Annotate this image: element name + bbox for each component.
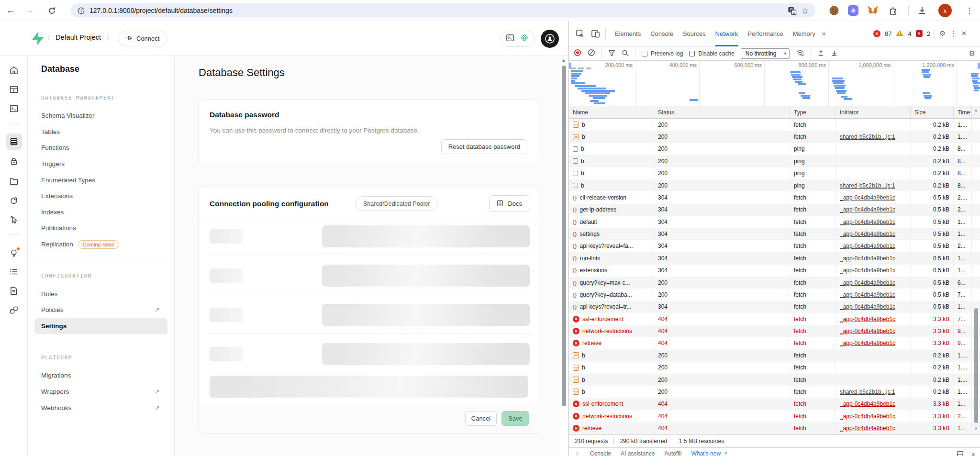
integrations-icon[interactable] (9, 305, 19, 315)
whats-new-dismiss-icon[interactable]: × (724, 450, 727, 456)
disable-cache-checkbox[interactable]: Disable cache (689, 50, 734, 57)
overview-window-handle-right[interactable] (978, 63, 980, 69)
network-request-row[interactable]: {}run-lints304fetch_app-0c4db4a9beb1c0.5… (569, 252, 980, 264)
toggle-drawer-icon[interactable] (957, 450, 964, 456)
sidebar-item-wrappers[interactable]: Wrappers↗ (28, 384, 174, 400)
cell-name[interactable]: ×network-restrictions (569, 325, 654, 337)
initiator-link[interactable]: _app-0c4db4a9beb1c (840, 340, 895, 346)
cell-name[interactable]: ×network-restrictions (569, 410, 654, 422)
sidebar-item-triggers[interactable]: Triggers (28, 156, 174, 172)
devtools-tab-network[interactable]: Network (711, 21, 743, 46)
bookmark-star-icon[interactable]: ☆ (802, 6, 809, 16)
devtools-tab-memory[interactable]: Memory (788, 21, 820, 46)
network-request-row[interactable]: <>b200fetch0.2 kB1.... (569, 374, 980, 386)
edge-functions-icon[interactable] (9, 196, 19, 205)
network-overview-timeline[interactable]: 200,000 ms400,000 ms600,000 ms800,000 ms… (569, 61, 980, 106)
record-network-log-icon[interactable] (574, 49, 581, 58)
sidebar-item-settings[interactable]: Settings (34, 318, 167, 334)
export-har-icon[interactable] (831, 49, 838, 58)
preserve-log-checkbox[interactable]: Preserve log (642, 50, 683, 57)
initiator-link[interactable]: _app-0c4db4a9beb1c (840, 400, 895, 407)
storage-icon[interactable] (9, 176, 19, 186)
translate-icon[interactable]: Ga (788, 6, 797, 15)
drawer-tab-autofill[interactable]: Autofill (664, 450, 681, 456)
scrollbar-thumb[interactable] (562, 66, 566, 406)
home-icon[interactable] (9, 65, 19, 75)
network-request-row[interactable]: {}extensions304fetch_app-0c4db4a9beb1c0.… (569, 265, 980, 277)
devtools-settings-gear-icon[interactable]: ⚙ (939, 29, 946, 38)
network-request-row[interactable]: ×network-restrictions404fetch_app-0c4db4… (569, 410, 980, 422)
network-request-row[interactable]: {}query?key=databa...200fetch_app-0c4db4… (569, 289, 980, 300)
initiator-link[interactable]: _app-0c4db4a9beb1c (840, 316, 895, 323)
cell-name[interactable]: b (569, 155, 654, 167)
cancel-button[interactable]: Cancel (465, 411, 497, 426)
column-header-initiator[interactable]: Initiator (836, 106, 911, 118)
initiator-link[interactable]: shared-b5c2b1b...js:1 (840, 182, 895, 189)
import-har-icon[interactable] (817, 49, 824, 58)
sidebar-item-enumerated-types[interactable]: Enumerated Types (28, 172, 174, 188)
realtime-icon[interactable] (9, 215, 19, 224)
network-request-row[interactable]: {}settings304fetch_app-0c4db4a9beb1c0.5 … (569, 228, 980, 240)
network-conditions-icon[interactable] (796, 49, 804, 58)
device-toolbar-icon[interactable] (590, 28, 601, 39)
sidebar-item-publications[interactable]: Publications (28, 220, 174, 236)
sidebar-item-functions[interactable]: Functions (28, 140, 174, 156)
sidebar-item-replication[interactable]: ReplicationComing Soon (28, 236, 174, 253)
network-request-row[interactable]: ×retrieve404fetch_app-0c4db4a9beb1c3.3 k… (569, 422, 980, 434)
ai-assistant-icon[interactable] (520, 33, 529, 44)
advisors-icon[interactable] (9, 248, 19, 258)
cell-name[interactable]: <>b (569, 119, 654, 131)
network-request-row[interactable]: <>b200fetch0.2 kB1.... (569, 349, 980, 361)
initiator-link[interactable]: _app-0c4db4a9beb1c (840, 255, 895, 262)
cell-name[interactable]: {}default (569, 216, 654, 228)
more-tabs-icon[interactable]: » (820, 21, 828, 46)
initiator-link[interactable]: _app-0c4db4a9beb1c (840, 425, 895, 432)
drawer-tab-console[interactable]: Console (590, 450, 611, 456)
cell-name[interactable]: b (569, 143, 654, 155)
network-request-row[interactable]: <>b200fetchshared-b5c2b1b...js:10.2 kB1.… (569, 131, 980, 143)
url-bar[interactable]: 127.0.0.1:8000/project/default/database/… (71, 3, 815, 18)
scrollbar-up-arrow[interactable]: ▲ (561, 57, 566, 63)
save-button[interactable]: Save (501, 411, 529, 426)
search-icon[interactable] (622, 49, 629, 58)
column-header-type[interactable]: Type (790, 106, 836, 118)
table-scrollbar-down-arrow[interactable]: ▼ (974, 426, 978, 431)
column-header-size[interactable]: Size (911, 106, 954, 118)
sidebar-item-tables[interactable]: Tables (28, 124, 174, 140)
browser-reload-icon[interactable] (45, 4, 58, 17)
snowflake-extension-icon[interactable]: ❄ (847, 4, 859, 17)
network-request-row[interactable]: {}api-keys?reveal=fa...304fetch_app-0c4d… (569, 240, 980, 252)
initiator-link[interactable]: _app-0c4db4a9beb1c (840, 413, 895, 420)
initiator-link[interactable]: _app-0c4db4a9beb1c (840, 328, 895, 334)
devtools-tab-elements[interactable]: Elements (610, 21, 646, 46)
initiator-link[interactable]: _app-0c4db4a9beb1c (840, 194, 895, 201)
network-request-row[interactable]: ×retrieve404fetch_app-0c4db4a9beb1c3.3 k… (569, 337, 980, 349)
cell-name[interactable]: <>b (569, 374, 654, 386)
devtools-tab-console[interactable]: Console (646, 21, 678, 46)
network-request-row[interactable]: <>b200fetch0.2 kB1.... (569, 119, 980, 131)
cell-name[interactable]: {}cli-release-version (569, 191, 654, 203)
initiator-link[interactable]: _app-0c4db4a9beb1c (840, 291, 895, 298)
throttling-select[interactable]: No throttling ▾ (741, 48, 790, 59)
browser-forward-icon[interactable]: → (23, 4, 36, 17)
sidebar-item-indexes[interactable]: Indexes (28, 204, 174, 221)
cell-name[interactable]: {}extensions (569, 265, 654, 277)
cell-name[interactable]: {}run-lints (569, 252, 654, 264)
initiator-link[interactable]: _app-0c4db4a9beb1c (840, 243, 895, 249)
initiator-link[interactable]: _app-0c4db4a9beb1c (840, 206, 895, 213)
connect-button[interactable]: Connect (118, 31, 167, 46)
network-request-row[interactable]: b200pingshared-b5c2b1b...js:10.2 kB8... (569, 179, 980, 191)
network-request-row[interactable]: {}cli-release-version304fetch_app-0c4db4… (569, 191, 980, 203)
breadcrumb-project-name[interactable]: Default Project (56, 33, 101, 41)
cell-name[interactable]: ×retrieve (569, 422, 654, 434)
sidebar-item-migrations[interactable]: Migrations (28, 367, 174, 384)
devtools-close-icon[interactable]: × (961, 29, 966, 38)
drawer-close-icon[interactable]: × (971, 451, 975, 456)
console-warnings-icon[interactable] (896, 30, 903, 38)
cell-name[interactable]: {}get-ip-address (569, 204, 654, 216)
sidebar-item-roles[interactable]: Roles (28, 286, 174, 302)
cell-name[interactable]: <>b (569, 362, 654, 374)
cell-name[interactable]: {}query?key=max-c... (569, 277, 654, 289)
column-header-time[interactable]: Time (954, 106, 972, 118)
docs-button[interactable]: Docs (489, 195, 529, 212)
